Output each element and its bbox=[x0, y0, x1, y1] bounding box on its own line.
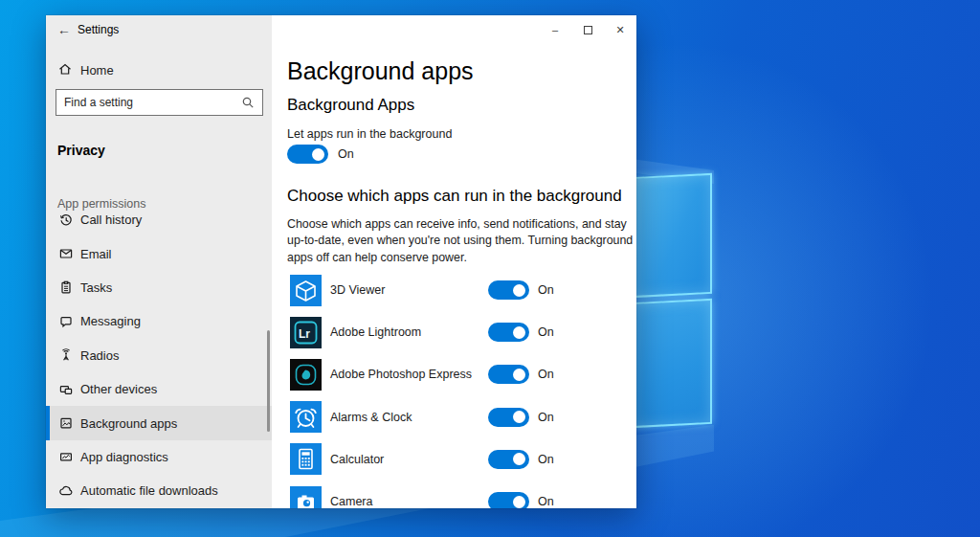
page-title: Background apps bbox=[287, 57, 474, 85]
minimize-icon: – bbox=[552, 24, 558, 35]
master-toggle[interactable] bbox=[287, 145, 328, 164]
app-name: Alarms & Clock bbox=[330, 411, 488, 424]
sidebar-item-label: App diagnostics bbox=[80, 450, 168, 464]
toggle-knob bbox=[513, 496, 525, 508]
background-apps-heading: Background Apps bbox=[287, 96, 414, 115]
search-input[interactable] bbox=[56, 96, 241, 109]
tasks-icon bbox=[57, 280, 74, 295]
app-row: Adobe Photoshop Express On bbox=[287, 353, 632, 395]
sidebar-item-label: Email bbox=[80, 247, 112, 261]
sidebar: ← Settings Home Privacy App permissions bbox=[46, 15, 272, 508]
sidebar-item-automatic-file-downloads[interactable]: Automatic file downloads bbox=[46, 474, 272, 507]
toggle-knob bbox=[513, 453, 525, 465]
background-apps-icon bbox=[57, 415, 74, 431]
sidebar-scrollbar-thumb[interactable] bbox=[267, 330, 270, 432]
toggle-knob bbox=[513, 284, 525, 297]
app-toggle-state: On bbox=[538, 453, 554, 466]
sidebar-item-home[interactable]: Home bbox=[46, 56, 272, 84]
desktop-wallpaper: ← Settings Home Privacy App permissions bbox=[0, 0, 980, 537]
toggle-knob bbox=[513, 411, 525, 423]
app-toggle-state: On bbox=[538, 283, 554, 297]
toggle-knob bbox=[513, 369, 525, 381]
app-row: Camera On bbox=[287, 481, 632, 508]
app-toggle-state: On bbox=[538, 325, 554, 339]
app-row: 3D Viewer On bbox=[287, 269, 632, 311]
alarms-clock-icon bbox=[290, 401, 322, 433]
sidebar-home-label: Home bbox=[80, 63, 114, 78]
search-box bbox=[56, 89, 263, 116]
windows-logo-pane-bottom bbox=[632, 299, 712, 428]
minimize-button[interactable]: – bbox=[539, 15, 571, 44]
3d-viewer-icon bbox=[290, 275, 322, 306]
sidebar-item-label: Tasks bbox=[80, 280, 112, 295]
choose-apps-heading: Choose which apps can run in the backgro… bbox=[287, 187, 622, 206]
app-toggle[interactable] bbox=[488, 450, 529, 469]
radios-icon bbox=[57, 347, 74, 363]
app-name: Adobe Lightroom bbox=[330, 325, 488, 339]
app-diagnostics-icon bbox=[57, 449, 74, 464]
app-row: Lr Adobe Lightroom On bbox=[287, 311, 632, 353]
app-toggle-state: On bbox=[538, 368, 554, 381]
toggle-knob bbox=[513, 326, 525, 339]
app-toggle[interactable] bbox=[488, 323, 529, 342]
sidebar-item-messaging[interactable]: Messaging bbox=[46, 304, 272, 338]
apps-description: Choose which apps can receive info, send… bbox=[287, 216, 636, 266]
search-icon bbox=[241, 96, 255, 109]
windows-logo bbox=[632, 173, 712, 428]
app-name: 3D Viewer bbox=[330, 283, 488, 297]
sidebar-category-title: Privacy bbox=[57, 143, 105, 158]
sidebar-item-app-diagnostics[interactable]: App diagnostics bbox=[46, 440, 272, 474]
sidebar-item-label: Call history bbox=[80, 213, 142, 227]
back-button[interactable]: ← bbox=[50, 15, 78, 44]
app-name: Calculator bbox=[330, 453, 488, 466]
sidebar-item-label: Automatic file downloads bbox=[80, 483, 218, 498]
sidebar-item-label: Messaging bbox=[80, 314, 141, 328]
sidebar-item-label: Radios bbox=[80, 348, 119, 363]
master-toggle-row: On bbox=[287, 145, 354, 164]
master-toggle-state: On bbox=[338, 147, 354, 161]
selected-accent-bar bbox=[46, 406, 50, 439]
sidebar-item-background-apps[interactable]: Background apps bbox=[46, 406, 272, 439]
app-toggle[interactable] bbox=[488, 280, 529, 300]
messaging-icon bbox=[57, 314, 74, 329]
sidebar-item-call-history[interactable]: Call history bbox=[46, 203, 272, 236]
app-toggle[interactable] bbox=[488, 492, 529, 508]
adobe-lightroom-icon: Lr bbox=[290, 317, 322, 348]
close-button[interactable]: ✕ bbox=[604, 15, 636, 44]
back-arrow-icon: ← bbox=[57, 22, 71, 37]
app-toggle-state: On bbox=[538, 495, 554, 508]
sidebar-item-label: Other devices bbox=[80, 382, 157, 396]
toggle-knob bbox=[312, 148, 324, 161]
app-row: Calculator On bbox=[287, 438, 632, 481]
caption-buttons: – ✕ bbox=[539, 15, 636, 44]
sidebar-item-radios[interactable]: Radios bbox=[46, 339, 272, 372]
close-icon: ✕ bbox=[615, 24, 624, 36]
cloud-download-icon bbox=[57, 483, 74, 499]
sidebar-item-email[interactable]: Email bbox=[46, 236, 272, 270]
svg-text:Lr: Lr bbox=[299, 326, 310, 340]
app-toggle[interactable] bbox=[488, 408, 529, 427]
app-row: Alarms & Clock On bbox=[287, 396, 632, 438]
app-name: Adobe Photoshop Express bbox=[330, 368, 488, 381]
sidebar-item-tasks[interactable]: Tasks bbox=[46, 271, 272, 304]
other-devices-icon bbox=[57, 382, 74, 397]
calculator-icon bbox=[290, 443, 322, 475]
adobe-photoshop-express-icon bbox=[290, 359, 322, 391]
window-title: Settings bbox=[78, 15, 119, 44]
main-content: – ✕ Background apps Background Apps Let … bbox=[272, 15, 636, 508]
call-history-icon bbox=[57, 213, 74, 228]
sidebar-nav-list: Call history Email Tasks bbox=[46, 203, 272, 508]
app-list: 3D Viewer On Lr Adobe Lightroom On bbox=[287, 269, 632, 508]
maximize-button[interactable] bbox=[571, 15, 604, 44]
email-icon bbox=[57, 246, 74, 261]
sidebar-item-label: Background apps bbox=[80, 416, 177, 431]
settings-window: ← Settings Home Privacy App permissions bbox=[46, 15, 636, 508]
app-toggle-state: On bbox=[538, 411, 554, 424]
sidebar-item-other-devices[interactable]: Other devices bbox=[46, 372, 272, 406]
home-icon bbox=[57, 61, 73, 79]
windows-logo-pane-top bbox=[632, 173, 712, 298]
master-toggle-label: Let apps run in the background bbox=[287, 127, 452, 141]
maximize-icon bbox=[584, 26, 592, 34]
app-toggle[interactable] bbox=[488, 365, 529, 384]
app-name: Camera bbox=[330, 495, 488, 508]
